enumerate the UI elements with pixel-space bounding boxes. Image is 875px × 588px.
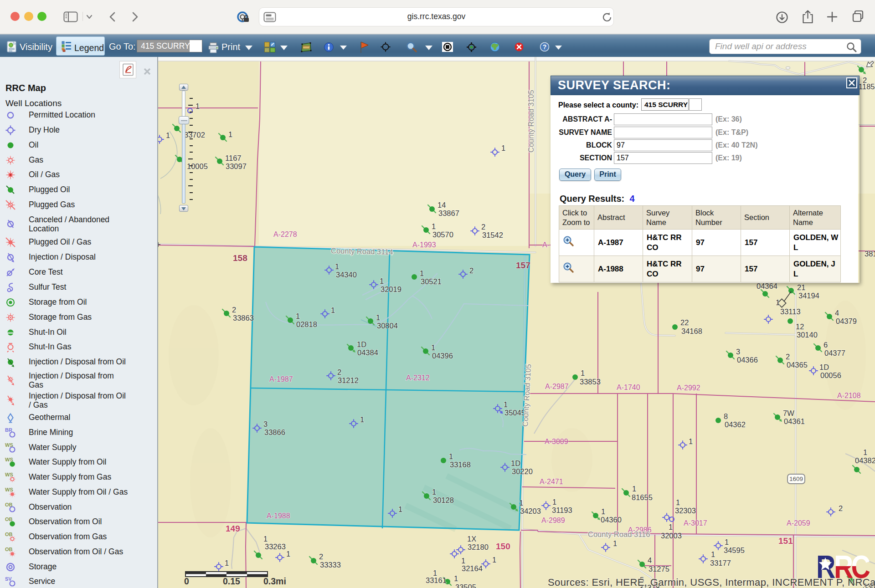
svg-text:1: 1 — [863, 448, 867, 456]
svg-text:1: 1 — [632, 485, 636, 493]
svg-text:34168: 34168 — [681, 327, 702, 335]
svg-text:1167: 1167 — [225, 154, 241, 162]
svg-text:150: 150 — [496, 542, 510, 551]
svg-text:04361: 04361 — [784, 417, 805, 425]
svg-text:31275: 31275 — [649, 565, 669, 573]
svg-text:1: 1 — [228, 130, 232, 138]
svg-text:1: 1 — [335, 262, 339, 271]
svg-text:31193: 31193 — [552, 506, 572, 514]
svg-text:1D: 1D — [819, 363, 829, 371]
svg-text:30128: 30128 — [433, 496, 454, 504]
svg-text:A-2987: A-2987 — [545, 383, 569, 390]
svg-text:A-2108: A-2108 — [837, 392, 861, 399]
svg-text:33853: 33853 — [580, 378, 601, 386]
svg-text:A-2312: A-2312 — [406, 374, 430, 382]
svg-text:81655: 81655 — [632, 493, 653, 501]
svg-text:34340: 34340 — [336, 271, 357, 279]
svg-text:7W: 7W — [783, 409, 794, 417]
svg-text:County Road 3116: County Road 3116 — [588, 530, 650, 538]
svg-text:1: 1 — [263, 535, 268, 543]
svg-text:1: 1 — [432, 222, 436, 230]
svg-text:04360: 04360 — [601, 516, 622, 524]
svg-text:1: 1 — [689, 437, 693, 445]
svg-text:32003: 32003 — [661, 532, 682, 540]
svg-text:1: 1 — [454, 574, 458, 583]
svg-text:1: 1 — [492, 556, 496, 564]
svg-text:3: 3 — [263, 420, 268, 428]
svg-text:1: 1 — [331, 306, 335, 314]
svg-text:1: 1 — [420, 269, 424, 277]
svg-text:33177: 33177 — [710, 559, 731, 567]
svg-text:2: 2 — [786, 353, 790, 361]
svg-text:04365: 04365 — [787, 361, 808, 369]
svg-text:1: 1 — [296, 312, 300, 320]
svg-text:22: 22 — [680, 318, 689, 327]
svg-text:A-3009: A-3009 — [545, 438, 568, 445]
svg-text:33168: 33168 — [450, 460, 471, 469]
svg-text:32180: 32180 — [468, 543, 489, 551]
svg-text:1: 1 — [776, 298, 780, 307]
svg-text:149: 149 — [226, 524, 240, 533]
svg-text:1: 1 — [431, 343, 435, 352]
svg-text:A-2992: A-2992 — [677, 384, 700, 392]
svg-text:WS: WS — [5, 472, 13, 477]
svg-text:33505: 33505 — [455, 583, 476, 588]
svg-text:2: 2 — [337, 368, 341, 376]
svg-text:1: 1 — [669, 523, 673, 531]
svg-text:A-: A- — [542, 241, 550, 249]
svg-text:1: 1 — [166, 131, 170, 139]
svg-text:1: 1 — [581, 369, 585, 377]
svg-text:151: 151 — [778, 536, 793, 546]
svg-text:WS: WS — [5, 487, 13, 492]
svg-text:1: 1 — [398, 505, 402, 513]
svg-text:A-1993: A-1993 — [412, 241, 436, 249]
svg-text:A-1740: A-1740 — [617, 383, 640, 391]
svg-text:30220: 30220 — [512, 467, 533, 476]
svg-text:County Road 3105: County Road 3105 — [527, 90, 535, 153]
svg-text:1: 1 — [225, 559, 229, 567]
svg-text:00056: 00056 — [820, 371, 841, 379]
svg-text:1: 1 — [601, 507, 605, 516]
svg-text:34203: 34203 — [520, 507, 541, 515]
svg-text:31542: 31542 — [482, 231, 503, 239]
svg-text:1: 1 — [711, 550, 715, 558]
svg-text:1: 1 — [552, 498, 556, 506]
svg-text:30804: 30804 — [377, 322, 398, 330]
svg-text:1609: 1609 — [789, 476, 803, 482]
svg-text:30521: 30521 — [421, 277, 442, 286]
svg-text:33263: 33263 — [265, 542, 286, 551]
svg-text:1: 1 — [504, 400, 508, 409]
svg-text:1: 1 — [613, 539, 617, 547]
svg-text:1: 1 — [286, 550, 290, 558]
svg-text:04362: 04362 — [725, 420, 746, 429]
svg-text:33867: 33867 — [438, 209, 459, 217]
svg-text:1D: 1D — [511, 459, 520, 467]
svg-text:1: 1 — [196, 102, 200, 110]
svg-text:2: 2 — [839, 504, 843, 512]
svg-text:OB: OB — [5, 547, 13, 552]
svg-text:0.15: 0.15 — [223, 576, 240, 586]
svg-text:32164: 32164 — [462, 564, 483, 573]
svg-text:33097: 33097 — [226, 162, 247, 170]
svg-text:32303: 32303 — [675, 506, 696, 515]
svg-text:04382: 04382 — [855, 456, 875, 465]
svg-text:6: 6 — [824, 341, 828, 349]
svg-text:04396: 04396 — [432, 352, 453, 360]
svg-text:OB: OB — [5, 516, 13, 522]
svg-text:1: 1 — [725, 538, 729, 546]
svg-text:1: 1 — [376, 313, 380, 322]
svg-text:33333: 33333 — [320, 561, 341, 569]
svg-text:30570: 30570 — [432, 230, 453, 239]
svg-text:33863: 33863 — [233, 314, 254, 322]
svg-text:1: 1 — [519, 499, 523, 507]
svg-text:0.3mi: 0.3mi — [263, 576, 286, 586]
svg-text:04364: 04364 — [757, 282, 777, 290]
svg-text:1: 1 — [432, 488, 436, 496]
svg-text:1185: 1185 — [859, 82, 875, 91]
svg-text:157: 157 — [516, 261, 530, 270]
svg-text:1: 1 — [449, 452, 453, 460]
svg-text:32019: 32019 — [381, 285, 401, 293]
svg-text:04377: 04377 — [824, 349, 845, 357]
svg-text:33702: 33702 — [184, 131, 205, 139]
svg-text:2: 2 — [469, 266, 474, 275]
